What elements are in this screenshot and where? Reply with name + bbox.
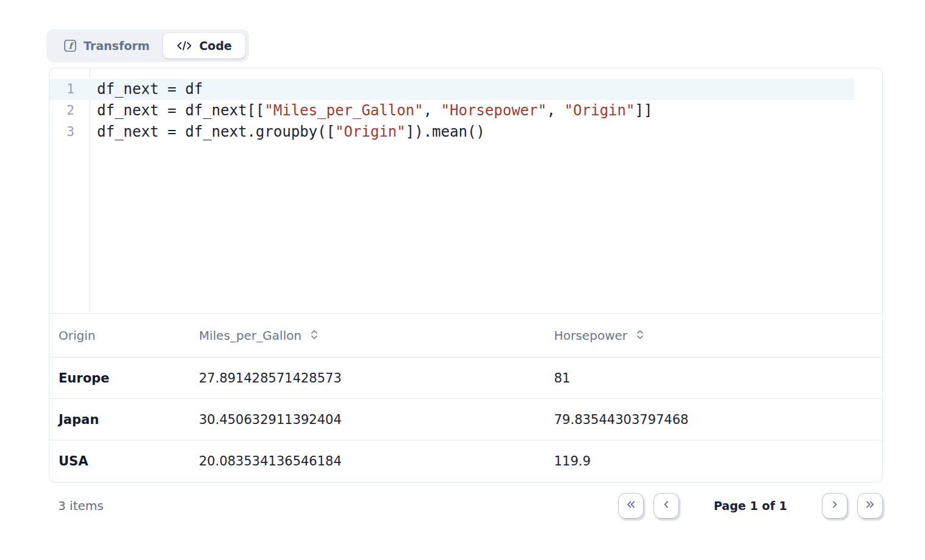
column-label: Origin (59, 328, 95, 343)
column-label: Horsepower (554, 328, 627, 343)
tab-transform-label: Transform (84, 39, 149, 52)
cell-miles-per-gallon: 20.083534136546184 (190, 454, 545, 468)
column-header-miles-per-gallon[interactable]: Miles_per_Gallon (190, 328, 545, 343)
code-text: df_next = df (90, 79, 203, 100)
code-text: df_next = df_next.groupby(["Origin"]).me… (90, 121, 485, 143)
line-number: 3 (49, 121, 90, 143)
table-header-row: Origin Miles_per_Gallon Horsepower (49, 314, 882, 357)
view-switcher: f Transform Code (46, 29, 249, 62)
chevron-right-icon (830, 500, 840, 512)
cell-origin: USA (49, 454, 190, 468)
code-and-preview-panel: 1df_next = df2df_next = df_next[["Miles_… (49, 68, 883, 483)
pagination: Page 1 of 1 (618, 493, 883, 519)
cell-origin: Japan (49, 412, 190, 427)
chevron-left-icon (661, 500, 671, 512)
items-count: 3 items (49, 498, 104, 513)
svg-text:f: f (68, 41, 74, 51)
code-editor[interactable]: 1df_next = df2df_next = df_next[["Miles_… (49, 68, 882, 314)
first-page-button[interactable] (618, 493, 644, 519)
column-label: Miles_per_Gallon (199, 328, 301, 343)
line-number: 1 (49, 79, 90, 100)
column-header-horsepower[interactable]: Horsepower (545, 328, 882, 343)
table-row: Europe27.89142857142857381 (49, 357, 882, 399)
code-icon (176, 40, 192, 51)
tab-code[interactable]: Code (163, 33, 245, 59)
page-indicator: Page 1 of 1 (714, 499, 787, 512)
line-number: 2 (49, 100, 90, 121)
table-row: USA20.083534136546184119.9 (49, 440, 882, 482)
table-row: Japan30.45063291139240479.83544303797468 (49, 399, 882, 440)
code-lines: 1df_next = df2df_next = df_next[["Miles_… (49, 79, 882, 143)
cell-horsepower: 119.9 (545, 454, 882, 468)
cell-miles-per-gallon: 27.891428571428573 (190, 371, 545, 386)
table-footer: 3 items Page 1 of 1 (49, 493, 883, 519)
column-header-origin: Origin (49, 328, 190, 343)
code-text: df_next = df_next[["Miles_per_Gallon", "… (90, 100, 652, 121)
chevron-double-right-icon (865, 500, 876, 512)
tab-code-label: Code (199, 39, 231, 52)
cell-horsepower: 81 (545, 371, 882, 386)
table-body: Europe27.89142857142857381Japan30.450632… (49, 357, 882, 482)
chevron-double-left-icon (625, 500, 636, 512)
next-page-button[interactable] (822, 493, 848, 519)
cell-miles-per-gallon: 30.450632911392404 (190, 412, 545, 427)
last-page-button[interactable] (857, 493, 883, 519)
cell-horsepower: 79.83544303797468 (545, 412, 882, 427)
sort-icon[interactable] (310, 328, 319, 343)
sort-icon[interactable] (636, 328, 644, 343)
previous-page-button[interactable] (653, 493, 679, 519)
code-line[interactable]: 3df_next = df_next.groupby(["Origin"]).m… (49, 121, 882, 143)
cell-origin: Europe (49, 371, 190, 386)
tab-transform[interactable]: f Transform (50, 33, 163, 59)
function-icon: f (63, 39, 77, 52)
code-line[interactable]: 1df_next = df (49, 79, 882, 100)
code-line[interactable]: 2df_next = df_next[["Miles_per_Gallon", … (49, 100, 882, 121)
